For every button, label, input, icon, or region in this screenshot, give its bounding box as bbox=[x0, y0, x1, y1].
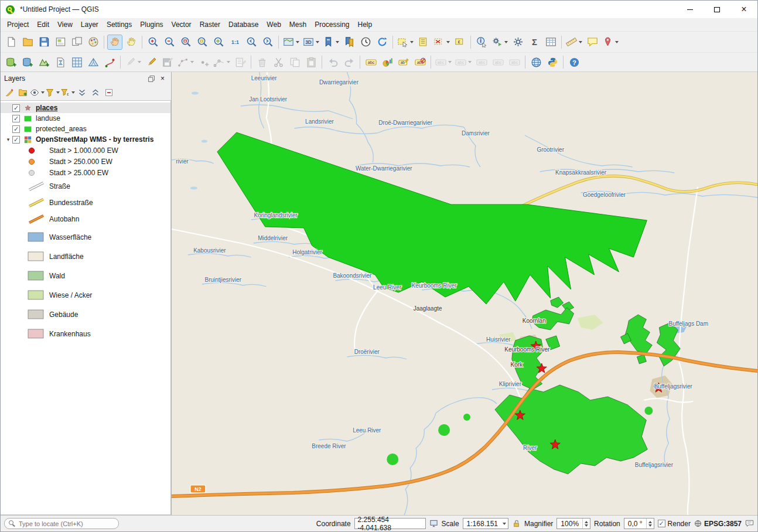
save-project-button[interactable] bbox=[36, 35, 52, 50]
layer-item-openstreetmap-wms-by-terrestris[interactable]: ▾✓OpenStreetMap WMS - by terrestris bbox=[1, 134, 170, 145]
new-spatialite-layer-button[interactable] bbox=[20, 54, 35, 70]
layer-labeling-options-button[interactable]: abc bbox=[363, 54, 378, 70]
map-tips-button[interactable] bbox=[585, 35, 600, 50]
crs-status[interactable]: EPSG:3857 bbox=[694, 520, 742, 528]
menu-project[interactable]: Project bbox=[3, 19, 33, 30]
menu-edit[interactable]: Edit bbox=[33, 19, 53, 30]
menu-plugins[interactable]: Plugins bbox=[136, 19, 167, 30]
title-bar[interactable]: *Untitled Project — QGIS × bbox=[1, 1, 757, 18]
zoom-in-button[interactable] bbox=[145, 35, 161, 50]
open-layer-styling-button[interactable] bbox=[3, 86, 16, 99]
menu-raster[interactable]: Raster bbox=[196, 19, 224, 30]
coordinate-value[interactable]: 2.255.454 -4.041.638 bbox=[354, 518, 426, 529]
select-features-by-value-button[interactable] bbox=[416, 35, 431, 50]
temporal-controller-panel-button[interactable] bbox=[358, 35, 373, 50]
new-print-layout-button[interactable] bbox=[53, 35, 68, 50]
chevron-down-icon[interactable] bbox=[296, 41, 299, 43]
chevron-down-icon[interactable] bbox=[504, 41, 508, 43]
menu-mesh[interactable]: Mesh bbox=[285, 19, 310, 30]
rotation-spinbox[interactable]: 0,0 ° bbox=[624, 518, 654, 529]
collapse-all-button[interactable] bbox=[89, 86, 102, 99]
expander-icon[interactable]: ▾ bbox=[4, 137, 12, 142]
highlight-pinned-labels-button[interactable]: ab bbox=[396, 54, 411, 70]
osm-place-search-button[interactable] bbox=[528, 54, 544, 70]
layer-item-landuse[interactable]: ✓landuse bbox=[1, 113, 170, 124]
menu-database[interactable]: Database bbox=[224, 19, 262, 30]
spinner-arrows-icon[interactable] bbox=[582, 519, 590, 528]
zoom-out-button[interactable] bbox=[162, 35, 177, 50]
minimize-button[interactable] bbox=[677, 1, 704, 18]
select-features-button[interactable] bbox=[396, 35, 415, 50]
panel-float-button[interactable] bbox=[146, 74, 156, 83]
lock-scale-icon[interactable] bbox=[512, 519, 521, 528]
layer-checkbox[interactable]: ✓ bbox=[12, 104, 20, 112]
chevron-down-icon[interactable] bbox=[579, 41, 582, 43]
zoom-to-native-resolution-button[interactable]: 1:1 bbox=[227, 35, 243, 50]
new-geopackage-layer-button[interactable] bbox=[4, 54, 19, 70]
menu-processing[interactable]: Processing bbox=[310, 19, 353, 30]
panel-close-button[interactable]: × bbox=[158, 74, 168, 83]
layer-checkbox[interactable]: ✓ bbox=[12, 125, 20, 133]
render-checkbox[interactable]: ✓ Render bbox=[658, 520, 691, 528]
layer-label[interactable]: OpenStreetMap WMS - by terrestris bbox=[36, 135, 153, 144]
menu-web[interactable]: Web bbox=[262, 19, 285, 30]
measure-line-button[interactable] bbox=[565, 35, 583, 50]
menu-layer[interactable]: Layer bbox=[77, 19, 103, 30]
run-feature-action-button[interactable] bbox=[490, 35, 509, 50]
new-virtual-layer-button[interactable] bbox=[69, 54, 84, 70]
layer-checkbox[interactable]: ✓ bbox=[12, 136, 20, 144]
menu-settings[interactable]: Settings bbox=[103, 19, 136, 30]
python-console-button[interactable] bbox=[545, 54, 560, 70]
refresh-map-button[interactable] bbox=[374, 35, 390, 50]
identify-features-button[interactable]: i bbox=[474, 35, 489, 50]
new-project-button[interactable] bbox=[4, 35, 19, 50]
select-by-expression-button[interactable]: ε bbox=[452, 35, 467, 50]
chevron-down-icon[interactable] bbox=[410, 41, 414, 43]
magnifier-spinbox[interactable]: 100% bbox=[556, 518, 590, 529]
new-annotation-button[interactable] bbox=[601, 35, 620, 50]
chevron-down-icon[interactable] bbox=[336, 41, 339, 43]
menu-vector[interactable]: Vector bbox=[168, 19, 196, 30]
filter-legend-button[interactable] bbox=[45, 86, 60, 99]
layer-label[interactable]: protected_areas bbox=[36, 125, 87, 133]
chevron-down-icon[interactable] bbox=[56, 91, 60, 94]
open-project-button[interactable] bbox=[20, 35, 35, 50]
spinner-arrows-icon[interactable] bbox=[646, 519, 654, 528]
chevron-down-icon[interactable] bbox=[446, 41, 450, 43]
zoom-next-button[interactable] bbox=[260, 35, 275, 50]
close-button[interactable]: × bbox=[730, 1, 757, 18]
new-map-view-button[interactable] bbox=[282, 35, 301, 50]
deselect-features-button[interactable] bbox=[432, 35, 451, 50]
chevron-down-icon[interactable] bbox=[227, 61, 230, 63]
extents-icon[interactable] bbox=[429, 519, 438, 528]
chevron-down-icon[interactable] bbox=[468, 61, 472, 63]
layer-diagram-options-button[interactable] bbox=[380, 54, 395, 70]
toggle-editing-button[interactable] bbox=[144, 54, 159, 70]
zoom-to-layer-button[interactable] bbox=[211, 35, 226, 50]
layer-label[interactable]: places bbox=[36, 104, 57, 112]
chevron-down-icon[interactable] bbox=[448, 61, 452, 63]
layer-label[interactable]: landuse bbox=[36, 114, 60, 122]
help-contents-button[interactable]: ? bbox=[566, 54, 582, 70]
maximize-button[interactable] bbox=[704, 1, 730, 18]
new-mesh-layer-button[interactable] bbox=[86, 54, 101, 70]
expand-all-button[interactable] bbox=[76, 86, 88, 99]
open-attribute-table-button[interactable] bbox=[543, 35, 558, 50]
show-layout-manager-button[interactable] bbox=[69, 35, 84, 50]
menu-help[interactable]: Help bbox=[354, 19, 377, 30]
menu-view[interactable]: View bbox=[53, 19, 77, 30]
chevron-down-icon[interactable] bbox=[138, 61, 141, 63]
chevron-down-icon[interactable] bbox=[190, 61, 194, 63]
zoom-last-button[interactable] bbox=[244, 35, 259, 50]
layer-item-protected-areas[interactable]: ✓protected_areas bbox=[1, 124, 170, 134]
layer-item-places[interactable]: ✓places bbox=[1, 103, 170, 113]
filter-legend-by-expression-button[interactable]: ε bbox=[60, 86, 75, 99]
new-spatial-bookmark-button[interactable] bbox=[322, 35, 340, 50]
remove-layer-button[interactable] bbox=[103, 86, 115, 99]
manage-map-themes-button[interactable] bbox=[30, 86, 45, 99]
scale-combobox[interactable]: 1:168.151 bbox=[463, 518, 508, 529]
chevron-down-icon[interactable] bbox=[316, 41, 319, 43]
pan-map-to-selection-button[interactable] bbox=[124, 35, 139, 50]
map-canvas[interactable]: N2LeeurivierDwarriegarivierJan Lootsrivi… bbox=[172, 72, 757, 515]
pan-map-button[interactable] bbox=[107, 35, 122, 50]
